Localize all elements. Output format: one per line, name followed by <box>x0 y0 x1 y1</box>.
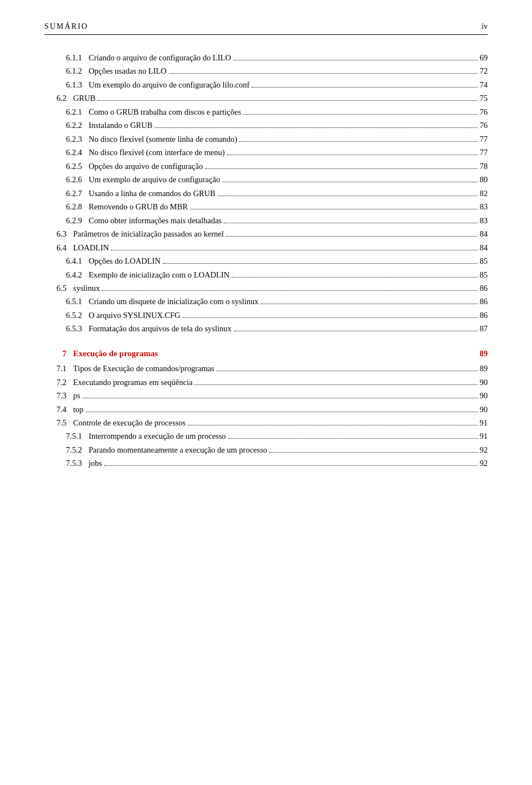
toc-label: syslinux <box>73 282 100 294</box>
toc-label: ps <box>73 389 80 402</box>
toc-label: Opções usadas no LILO <box>89 65 167 77</box>
toc-entry: 6.2.4 No disco flexível (com interface d… <box>44 146 488 158</box>
toc-dots <box>195 384 477 385</box>
toc-entry: 6.2.3 No disco flexível (somente linha d… <box>44 133 488 145</box>
toc-number: 6.1.1 <box>44 52 89 64</box>
toc-number: 6.5.2 <box>44 309 89 321</box>
toc-entry: 7.2 Executando programas em seqüência 90 <box>44 376 488 388</box>
toc-text: Removendo o GRUB do MBR 83 <box>89 201 488 213</box>
toc-entry: 6.2.9 Como obter informações mais detalh… <box>44 214 488 227</box>
toc-text: Opções do arquivo de configuração 78 <box>89 160 488 172</box>
toc-label: Instalando o GRUB <box>89 119 152 131</box>
toc-dots <box>227 155 478 155</box>
toc-page: 89 <box>480 347 488 360</box>
toc-number: 6.2.3 <box>44 133 89 145</box>
toc-page: 72 <box>480 65 488 77</box>
toc-dots <box>224 223 478 223</box>
toc-text: Usando a linha de comandos do GRUB 82 <box>89 187 488 199</box>
toc-page: 82 <box>480 187 488 199</box>
toc-entry: 6.2.6 Um exemplo de arquivo de configura… <box>44 173 488 186</box>
toc-dots <box>102 290 477 291</box>
toc-entry: 7.5.3 jobs 92 <box>44 457 488 469</box>
toc-dots <box>228 438 478 439</box>
toc-page: 84 <box>480 242 488 254</box>
toc-entry: 6.2.7 Usando a linha de comandos do GRUB… <box>44 187 488 199</box>
toc-entry: 6.1.1 Criando o arquivo de configuração … <box>44 52 488 64</box>
toc-number: 6.2.9 <box>44 214 89 227</box>
toc-label: No disco flexível (com interface de menu… <box>89 146 225 158</box>
toc-entry: 6.2 GRUB 75 <box>44 92 488 104</box>
toc-page: 91 <box>480 430 488 442</box>
toc-label: Um exemplo de arquivo de configuração <box>89 173 220 186</box>
toc-label: Exemplo de inicialização com o LOADLIN <box>89 269 229 281</box>
toc-entry: 6.1.2 Opções usadas no LILO 72 <box>44 65 488 77</box>
toc-number: 6.2 <box>44 92 73 104</box>
toc-number: 6.2.4 <box>44 146 89 158</box>
toc-page: 83 <box>480 201 488 213</box>
toc-entry: 7.5.1 Interrompendo a execução de um pro… <box>44 430 488 442</box>
toc-entry: 7.4 top 90 <box>44 403 488 415</box>
toc-page: 91 <box>480 417 488 429</box>
toc-entry: 7.1 Tipos de Execução de comandos/progra… <box>44 362 488 374</box>
toc-page: 77 <box>480 146 488 158</box>
toc-dots <box>188 425 478 425</box>
toc-page: 78 <box>480 160 488 172</box>
toc-label: No disco flexível (somente linha de coma… <box>89 133 237 145</box>
toc-dots <box>98 100 477 101</box>
toc-dots <box>83 398 478 398</box>
toc-text: Opções do LOADLIN 85 <box>89 255 488 267</box>
toc-dots <box>104 465 477 466</box>
toc-text: ps 90 <box>73 389 488 402</box>
toc-dots <box>226 236 478 237</box>
toc-label: Um exemplo do arquivo de configuração li… <box>89 79 249 91</box>
toc-entry: 6.1.3 Um exemplo do arquivo de configura… <box>44 79 488 91</box>
toc-page: 90 <box>480 376 488 388</box>
toc-page: 90 <box>480 389 488 402</box>
toc-text: syslinux 86 <box>73 282 488 294</box>
toc-page: 89 <box>480 362 488 374</box>
toc-text: Criando o arquivo de configuração do LIL… <box>89 52 488 64</box>
toc-text: Formatação dos arquivos de tela do sysli… <box>89 322 488 335</box>
toc-text: Interrompendo a execução de um processo … <box>89 430 488 442</box>
toc-label: O arquivo SYSLINUX.CFG <box>89 309 181 321</box>
toc-dots <box>86 412 478 412</box>
toc-page: 92 <box>480 457 488 469</box>
toc-label: jobs <box>89 457 102 469</box>
toc-label: Execução de programas <box>73 347 158 360</box>
toc-number: 6.2.2 <box>44 119 89 131</box>
toc-label: GRUB <box>73 92 95 104</box>
toc-text: Como o GRUB trabalha com discos e partiç… <box>89 106 488 118</box>
toc-number: 6.3 <box>44 228 73 240</box>
toc-label: Parando momentaneamente a execução de um… <box>89 444 267 456</box>
toc-page: 83 <box>480 214 488 227</box>
toc-dots <box>111 250 477 250</box>
toc-text: Execução de programas 89 <box>73 347 488 360</box>
toc-dots <box>169 73 478 74</box>
toc-dots <box>155 127 477 128</box>
toc-page: 74 <box>480 79 488 91</box>
toc-text: top 90 <box>73 403 488 415</box>
toc-dots <box>222 182 477 182</box>
toc-text: Um exemplo de arquivo de configuração 80 <box>89 173 488 186</box>
toc-entry: 6.2.8 Removendo o GRUB do MBR 83 <box>44 201 488 213</box>
toc-label: Usando a linha de comandos do GRUB <box>89 187 216 199</box>
toc-label: Executando programas em seqüência <box>73 376 192 388</box>
toc-page: 76 <box>480 106 488 118</box>
toc-page: 85 <box>480 269 488 281</box>
toc-dots <box>269 452 477 453</box>
toc-dots <box>234 331 478 331</box>
toc-number: 6.5.3 <box>44 322 89 335</box>
toc-text: Controle de execução de processos 91 <box>73 417 488 429</box>
toc-number: 7.2 <box>44 376 73 388</box>
toc-number: 6.1.3 <box>44 79 89 91</box>
toc-label: top <box>73 403 84 415</box>
toc-label: Criando o arquivo de configuração do LIL… <box>89 52 231 64</box>
toc-entry: 6.5.2 O arquivo SYSLINUX.CFG 86 <box>44 309 488 321</box>
toc-text: No disco flexível (com interface de menu… <box>89 146 488 158</box>
toc-number: 7.5.2 <box>44 444 89 456</box>
toc-entry: 6.5 syslinux 86 <box>44 282 488 294</box>
toc-text: GRUB 75 <box>73 92 488 104</box>
toc-number: 6.1.2 <box>44 65 89 77</box>
toc-number: 6.5.1 <box>44 295 89 307</box>
toc-dots <box>205 168 477 169</box>
